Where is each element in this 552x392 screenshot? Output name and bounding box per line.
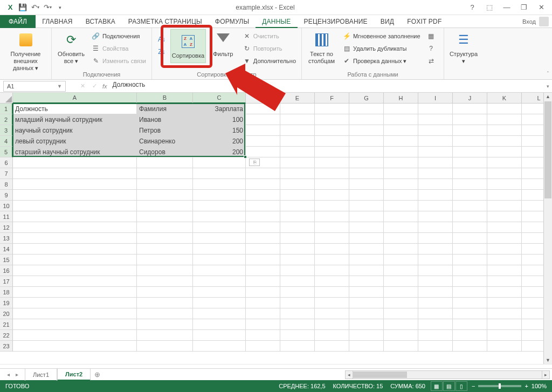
cell[interactable] (453, 341, 487, 352)
cell[interactable] (384, 168, 418, 179)
cell[interactable] (137, 179, 193, 190)
row-header[interactable]: 17 (0, 276, 13, 287)
cell[interactable] (487, 114, 522, 125)
cell[interactable] (315, 104, 349, 114)
cell[interactable] (349, 136, 384, 147)
column-header[interactable]: F (315, 93, 349, 104)
cell[interactable] (193, 190, 246, 201)
close-button[interactable]: ✕ (534, 2, 549, 13)
cell[interactable] (453, 147, 487, 157)
cell[interactable] (349, 265, 384, 276)
cell[interactable] (13, 287, 137, 298)
tab-foxit-pdf[interactable]: FOXIT PDF (401, 15, 448, 28)
cell[interactable] (453, 244, 487, 255)
cell[interactable] (13, 255, 137, 265)
cell[interactable] (487, 265, 522, 276)
column-header[interactable]: D (246, 93, 280, 104)
cell[interactable] (246, 168, 280, 179)
cell[interactable] (280, 222, 315, 233)
cell[interactable] (349, 233, 384, 244)
cell[interactable] (349, 330, 384, 341)
cell[interactable] (246, 276, 280, 287)
cell[interactable] (453, 179, 487, 190)
column-header[interactable]: C (193, 93, 246, 104)
row-header[interactable]: 20 (0, 308, 13, 319)
cell[interactable] (349, 190, 384, 201)
avatar-icon[interactable] (539, 17, 549, 26)
consolidate-button[interactable]: ▦ (425, 30, 438, 42)
cell[interactable] (384, 157, 418, 168)
minimize-button[interactable]: — (499, 2, 514, 13)
cell[interactable] (280, 104, 315, 114)
cell[interactable] (280, 265, 315, 276)
cell[interactable] (315, 125, 349, 136)
cell[interactable] (246, 114, 280, 125)
cell[interactable] (453, 104, 487, 114)
cell[interactable] (13, 244, 137, 255)
relations-button[interactable]: ⇄ (425, 55, 438, 67)
refresh-all-button[interactable]: ⟳ Обновить все ▾ (55, 29, 87, 67)
cell[interactable] (280, 319, 315, 330)
cell[interactable] (487, 298, 522, 308)
cell[interactable] (418, 147, 453, 157)
cell[interactable]: младший научный сотрудник (13, 114, 137, 125)
qat-customize[interactable]: ▾ (54, 2, 66, 13)
cell[interactable] (349, 244, 384, 255)
cell[interactable] (418, 287, 453, 298)
column-header[interactable]: A (13, 93, 137, 104)
cell[interactable] (315, 201, 349, 211)
cell[interactable] (280, 244, 315, 255)
cell[interactable] (487, 319, 522, 330)
cell[interactable] (137, 201, 193, 211)
cell[interactable]: 200 (193, 136, 246, 147)
cell[interactable] (418, 190, 453, 201)
cell[interactable] (453, 125, 487, 136)
cell[interactable] (384, 233, 418, 244)
cell[interactable] (418, 157, 453, 168)
cell[interactable] (13, 179, 137, 190)
cell[interactable] (13, 190, 137, 201)
tab-данные[interactable]: ДАННЫЕ (256, 15, 297, 28)
cell[interactable] (13, 211, 137, 222)
cell[interactable] (246, 233, 280, 244)
row-header[interactable]: 15 (0, 255, 13, 265)
cell[interactable] (13, 201, 137, 211)
row-header[interactable]: 8 (0, 179, 13, 190)
cell[interactable] (349, 287, 384, 298)
cell[interactable] (246, 104, 280, 114)
cell[interactable] (453, 136, 487, 147)
cell[interactable] (487, 136, 522, 147)
text-to-columns-button[interactable]: Текст по столбцам (305, 29, 338, 67)
signin-label[interactable]: Вход (522, 18, 536, 25)
cell[interactable] (453, 330, 487, 341)
cell[interactable] (137, 222, 193, 233)
save-button[interactable]: 💾 (17, 2, 29, 13)
cell[interactable] (246, 255, 280, 265)
row-header[interactable]: 14 (0, 244, 13, 255)
cell[interactable] (384, 179, 418, 190)
row-header[interactable]: 13 (0, 233, 13, 244)
cell[interactable] (193, 168, 246, 179)
view-pagebreak-button[interactable]: ▯ (456, 381, 467, 391)
cell[interactable] (453, 287, 487, 298)
cell[interactable]: Зарплата (193, 104, 246, 114)
cell[interactable] (349, 125, 384, 136)
cell[interactable] (453, 255, 487, 265)
column-header[interactable]: K (487, 93, 522, 104)
sort-asc-button[interactable]: A↓ (155, 33, 168, 45)
cell[interactable] (280, 201, 315, 211)
cell[interactable] (13, 319, 137, 330)
cell[interactable] (453, 222, 487, 233)
cell[interactable] (349, 147, 384, 157)
scroll-up-button[interactable]: ▲ (544, 93, 552, 100)
select-all-button[interactable] (0, 93, 13, 104)
cell[interactable] (137, 308, 193, 319)
cell[interactable] (193, 287, 246, 298)
cell[interactable] (453, 157, 487, 168)
cell[interactable] (384, 276, 418, 287)
clear-filter-button[interactable]: ✕Очистить (240, 30, 298, 42)
advanced-filter-button[interactable]: ▼Дополнительно (240, 55, 298, 67)
column-header[interactable]: B (137, 93, 193, 104)
cell[interactable] (280, 255, 315, 265)
cell[interactable] (315, 233, 349, 244)
